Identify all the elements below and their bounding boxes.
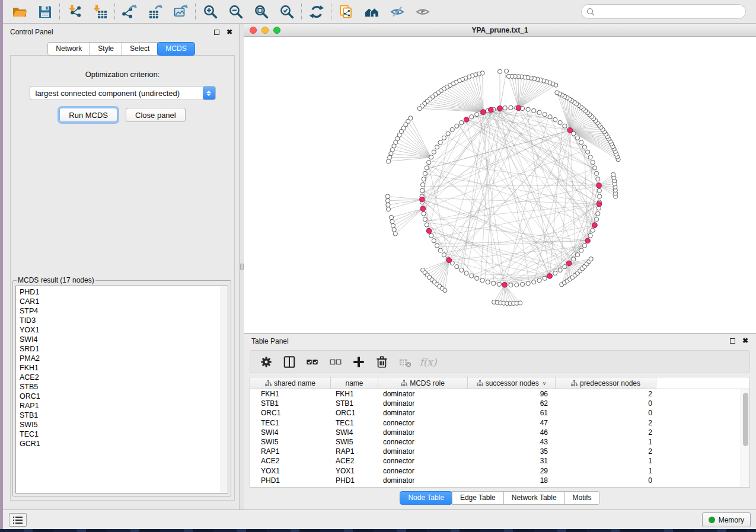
table-cell[interactable]: FKH1 [331,390,378,398]
tab-select[interactable]: Select [122,42,158,56]
table-cell[interactable]: 1 [556,438,656,446]
ring-node[interactable] [446,132,450,136]
table-cell[interactable]: 35 [468,447,556,456]
table-row[interactable]: YOX1YOX1connector291 [250,466,749,476]
ring-node[interactable] [543,276,547,280]
ring-node[interactable] [450,127,454,132]
export-table-button[interactable] [142,1,168,23]
table-cell[interactable]: 2 [556,419,656,427]
criterion-dropdown[interactable]: largest connected component (undirected) [30,86,216,100]
table-cell[interactable]: YOX1 [250,467,331,475]
table-row[interactable]: RAP1RAP1dominator352 [250,447,749,456]
ring-node[interactable] [470,274,474,278]
table-cell[interactable]: 0 [556,409,656,417]
ring-node[interactable] [526,107,530,111]
ring-node[interactable] [429,233,433,238]
zoom-out-button[interactable] [223,1,248,23]
table-row[interactable]: SWI5SWI5connector431 [250,437,749,447]
zoom-fit-button[interactable] [248,1,274,23]
column-header-shared-name[interactable]: shared name [250,377,331,389]
table-scrollbar-thumb[interactable] [743,393,748,446]
leaf-node[interactable] [389,215,393,219]
mcds-node-item[interactable]: TID3 [20,316,228,325]
ring-node[interactable] [582,243,586,248]
table-cell[interactable]: dominator [378,390,468,398]
ring-node[interactable] [596,177,600,181]
table-cell[interactable]: dominator [378,428,468,437]
table-cell[interactable]: PHD1 [331,476,378,485]
mcds-node-item[interactable]: YOX1 [20,325,228,335]
close-table-panel-icon[interactable]: ✖ [742,338,748,344]
mcds-hub-node[interactable] [566,261,572,266]
ring-node[interactable] [593,166,597,170]
ring-node[interactable] [497,282,501,286]
ring-node[interactable] [423,217,427,222]
ring-node[interactable] [558,268,562,272]
leaf-node[interactable] [518,301,522,305]
leaf-node[interactable] [504,69,508,73]
ring-node[interactable] [591,228,595,232]
mcds-node-item[interactable]: GCR1 [20,439,228,448]
ring-node[interactable] [435,243,439,248]
table-cell[interactable]: 2 [556,447,656,456]
table-cell[interactable]: 0 [556,476,656,485]
ring-node[interactable] [520,282,524,286]
table-cell[interactable]: dominator [378,476,468,485]
ring-node[interactable] [594,217,598,222]
table-cell[interactable]: ACE2 [250,457,331,465]
table-cell[interactable]: connector [378,438,468,446]
leaf-node[interactable] [387,159,391,164]
table-cell[interactable]: TEC1 [331,419,378,427]
table-cell[interactable]: YOX1 [331,467,378,475]
leaf-node[interactable] [611,172,615,177]
ring-node[interactable] [575,136,579,140]
save-button[interactable] [32,1,58,23]
ring-node[interactable] [455,124,459,128]
mcds-node-item[interactable]: ACE2 [20,373,228,382]
ring-node[interactable] [480,278,484,283]
mcds-node-item[interactable]: STB5 [20,382,228,392]
leaf-node[interactable] [386,203,390,207]
mcds-list-scrollbar[interactable] [221,286,228,493]
ring-node[interactable] [470,115,474,119]
table-cell[interactable]: 2 [556,390,656,398]
tab-mcds[interactable]: MCDS [157,42,194,56]
mcds-hub-node[interactable] [426,229,432,234]
table-cell[interactable]: SWI5 [331,438,378,446]
mcds-hub-node[interactable] [420,197,425,202]
table-cell[interactable]: dominator [378,409,468,417]
table-cell[interactable]: 18 [468,476,556,485]
ring-node[interactable] [420,188,424,193]
table-cell[interactable]: 31 [468,457,556,465]
network-from-selection-button[interactable] [333,1,359,23]
table-cell[interactable]: FKH1 [250,390,331,398]
column-header-successor-nodes[interactable]: successor nodes∨ [468,377,556,389]
mcds-hub-node[interactable] [497,106,503,111]
ring-node[interactable] [425,223,429,227]
zoom-in-button[interactable] [197,1,223,23]
show-all-button[interactable] [410,1,435,23]
ring-node[interactable] [438,140,442,145]
table-cell[interactable]: 61 [468,409,556,417]
delete-button[interactable] [373,353,391,371]
mcds-hub-node[interactable] [516,105,521,111]
table-cell[interactable]: RAP1 [250,447,331,456]
mcds-node-item[interactable]: SWI5 [20,420,228,430]
table-cell[interactable]: PHD1 [250,476,331,485]
mcds-hub-node[interactable] [502,282,508,287]
ring-node[interactable] [429,155,433,159]
ring-node[interactable] [543,113,547,117]
search-box[interactable] [581,4,746,19]
ring-node[interactable] [588,155,592,159]
mcds-hub-node[interactable] [592,223,598,228]
houses-button[interactable] [359,1,384,23]
table-cell[interactable]: 0 [556,399,656,408]
leaf-node[interactable] [417,106,422,110]
memory-button[interactable]: Memory [702,512,751,527]
refresh-button[interactable] [304,1,329,23]
table-cell[interactable]: ORC1 [331,409,378,417]
add-button[interactable] [350,353,368,371]
table-tab-node-table[interactable]: Node Table [400,491,452,505]
leaf-node[interactable] [386,207,390,211]
table-tab-edge-table[interactable]: Edge Table [452,491,504,505]
